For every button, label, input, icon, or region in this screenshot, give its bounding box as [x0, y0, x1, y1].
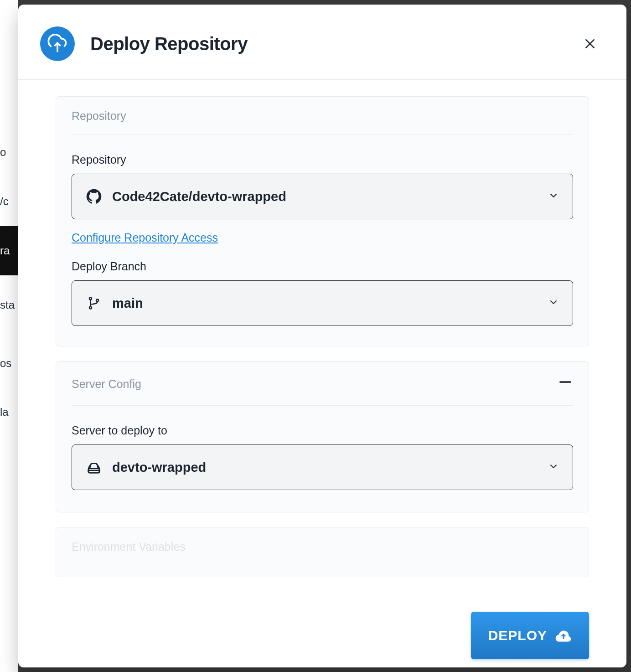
modal-header: Deploy Repository — [18, 5, 626, 80]
deploy-button-label: DEPLOY — [488, 628, 547, 643]
server-select[interactable]: devto-wrapped — [72, 445, 573, 490]
cloud-upload-icon — [40, 26, 75, 61]
collapse-toggle[interactable] — [558, 374, 573, 393]
repository-section-heading: Repository — [72, 109, 573, 135]
repository-field-label: Repository — [72, 153, 573, 166]
repository-section: Repository Repository Code42Cate/devto-w… — [56, 96, 589, 346]
github-icon — [86, 188, 102, 205]
deploy-button[interactable]: DEPLOY — [471, 612, 589, 659]
server-field-label: Server to deploy to — [72, 424, 573, 437]
deploy-repository-modal: Deploy Repository Repository Repository … — [18, 5, 626, 667]
configure-repository-access-link[interactable]: Configure Repository Access — [72, 231, 218, 244]
branch-selected-value: main — [112, 296, 143, 311]
environment-variables-heading: Environment Variables — [72, 540, 573, 565]
chevron-down-icon — [548, 297, 559, 310]
server-selected-value: devto-wrapped — [112, 460, 206, 475]
chevron-down-icon — [548, 461, 559, 474]
repository-select[interactable]: Code42Cate/devto-wrapped — [72, 174, 573, 219]
environment-variables-section: Environment Variables — [56, 527, 589, 577]
close-icon — [583, 37, 597, 51]
server-icon — [86, 459, 102, 476]
background-page-left: o /c ra sta os la — [0, 0, 18, 672]
modal-body: Repository Repository Code42Cate/devto-w… — [18, 80, 626, 667]
repository-selected-value: Code42Cate/devto-wrapped — [112, 189, 286, 204]
branch-select[interactable]: main — [72, 280, 573, 326]
server-config-section: Server Config Server to deploy to devto-… — [56, 361, 589, 512]
modal-title: Deploy Repository — [90, 34, 248, 54]
close-button[interactable] — [579, 33, 601, 55]
cloud-upload-icon — [555, 627, 572, 644]
minus-icon — [558, 374, 573, 390]
server-config-section-heading: Server Config — [72, 374, 573, 406]
deploy-branch-field-label: Deploy Branch — [72, 260, 573, 273]
chevron-down-icon — [548, 190, 559, 203]
git-branch-icon — [86, 295, 102, 311]
